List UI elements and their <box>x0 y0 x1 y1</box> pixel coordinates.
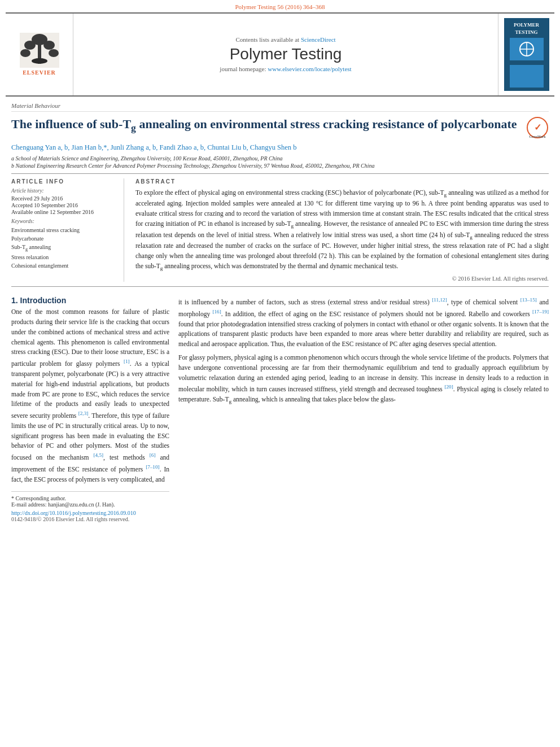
section-1-heading: 1. Introduction <box>11 296 169 305</box>
section-tag: Material Behaviour <box>11 102 549 112</box>
keyword-4: Stress relaxation <box>11 253 117 261</box>
svg-text:✓: ✓ <box>534 123 541 132</box>
copyright-line: © 2016 Elsevier Ltd. All rights reserved… <box>135 276 549 282</box>
issn-line: 0142-9418/© 2016 Elsevier Ltd. All right… <box>11 516 169 522</box>
sciencedirect-link[interactable]: ScienceDirect <box>301 36 336 43</box>
affiliations: a School of Materials Science and Engine… <box>11 155 549 169</box>
journal-badge-area: POLYMER TESTING <box>498 14 554 95</box>
email-line: E-mail address: hanjian@zzu.edu.cn (J. H… <box>11 501 169 508</box>
journal-homepage-line: journal homepage: www.elsevier.com/locat… <box>220 65 351 72</box>
affiliation-b: b National Engineering Research Center f… <box>11 163 549 169</box>
abstract-heading: ABSTRACT <box>135 178 549 185</box>
corresponding-author-note: * Corresponding author. <box>11 495 169 501</box>
keyword-2: Polycarbonate <box>11 234 117 243</box>
accepted-date: Accepted 10 September 2016 <box>11 202 117 208</box>
journal-homepage-link[interactable]: www.elsevier.com/locate/polytest <box>268 65 351 72</box>
article-info-column: ARTICLE INFO Article history: Received 2… <box>11 178 124 282</box>
info-divider <box>11 173 549 174</box>
journal-title: Polymer Testing <box>230 45 342 63</box>
content-divider <box>11 286 549 287</box>
journal-citation: Polymer Testing 56 (2016) 364–368 <box>235 3 325 10</box>
affiliation-a: a School of Materials Science and Engine… <box>11 155 549 161</box>
contents-line: Contents lists available at ScienceDirec… <box>235 36 335 43</box>
keyword-1: Environmental stress cracking <box>11 226 117 234</box>
authors-line: Chenguang Yan a, b, Jian Han b,*, Junli … <box>11 143 549 152</box>
elsevier-logo-area: ELSEVIER <box>6 14 73 95</box>
article-dates: Received 29 July 2016 Accepted 10 Septem… <box>11 195 117 215</box>
article-history-label: Article history: <box>11 188 117 194</box>
footnote-area: * Corresponding author. E-mail address: … <box>11 491 169 522</box>
keyword-5: Cohesional entanglement <box>11 261 117 270</box>
doi-link[interactable]: http://dx.doi.org/10.1016/j.polymertesti… <box>11 510 136 516</box>
intro-paragraph-1: One of the most common reasons for failu… <box>11 307 169 484</box>
top-citation-bar: Polymer Testing 56 (2016) 364–368 <box>0 0 560 12</box>
svg-point-2 <box>24 41 36 50</box>
polymer-testing-badge: POLYMER TESTING <box>504 18 549 91</box>
article-title-text: The influence of sub-Tg annealing on env… <box>11 116 520 134</box>
keywords-list: Environmental stress cracking Polycarbon… <box>11 226 117 270</box>
available-date: Available online 12 September 2016 <box>11 209 117 215</box>
received-date: Received 29 July 2016 <box>11 195 117 202</box>
right-column: it is influenced by a number of factors,… <box>178 296 549 522</box>
journal-header: ELSEVIER Contents lists available at Sci… <box>6 12 554 97</box>
abstract-column: ABSTRACT To explore the effect of physic… <box>135 178 549 282</box>
intro-paragraph-2: it is influenced by a number of factors,… <box>178 296 549 350</box>
elsevier-tree-icon <box>20 33 59 68</box>
intro-paragraph-3: For glassy polymers, physical aging is a… <box>178 353 549 406</box>
abstract-text: To explore the effect of physical aging … <box>135 188 549 272</box>
article-title: The influence of sub-Tg annealing on env… <box>11 116 549 139</box>
email-link[interactable]: hanjian@zzu.edu.cn <box>48 501 94 508</box>
left-column: 1. Introduction One of the most common r… <box>11 296 169 522</box>
crossmark-badge: ✓ CrossMark <box>526 116 549 139</box>
svg-point-5 <box>49 49 59 57</box>
svg-point-3 <box>43 41 55 50</box>
elsevier-wordmark: ELSEVIER <box>23 69 56 76</box>
keywords-label: Keywords: <box>11 219 117 224</box>
svg-text:CrossMark: CrossMark <box>529 135 546 138</box>
doi-line[interactable]: http://dx.doi.org/10.1016/j.polymertesti… <box>11 510 169 516</box>
journal-center-header: Contents lists available at ScienceDirec… <box>73 14 498 95</box>
article-info-heading: ARTICLE INFO <box>11 178 117 185</box>
svg-point-4 <box>20 49 30 57</box>
keyword-3: Sub-Tg annealing <box>11 243 117 253</box>
svg-point-7 <box>32 58 47 64</box>
